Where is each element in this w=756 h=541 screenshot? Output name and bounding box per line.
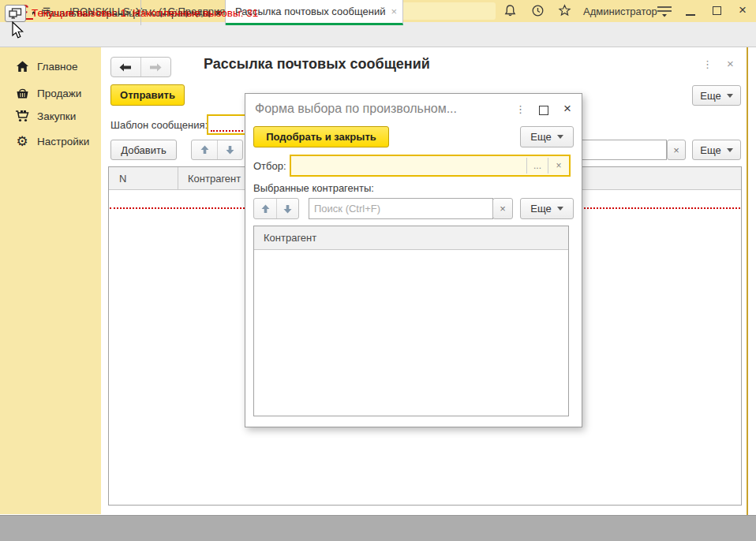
more-label: Еще	[700, 90, 720, 102]
history-icon[interactable]	[531, 4, 545, 17]
dialog-search-clear-button[interactable]: ×	[492, 198, 513, 219]
filter-choose-button[interactable]: ...	[527, 156, 548, 175]
move-up-button[interactable]	[192, 140, 217, 159]
nav-history-buttons	[110, 57, 171, 77]
home-icon	[14, 61, 30, 73]
basket-icon	[14, 87, 30, 99]
dialog-title: Форма выбора по произвольном...	[255, 102, 457, 116]
selection-dialog: Форма выбора по произвольном... ⋮ × Подо…	[245, 93, 582, 427]
dropdown-caret-icon	[727, 94, 733, 98]
page-close-icon[interactable]: ×	[727, 57, 734, 70]
page-title: Рассылка почтовых сообщений	[204, 56, 430, 73]
notifications-bell-icon[interactable]	[503, 4, 517, 17]
sidebar-item-settings[interactable]: ⚙ Настройки	[0, 130, 101, 152]
sidebar-item-label: Продажи	[37, 88, 81, 99]
mouse-cursor	[12, 21, 24, 42]
form-right-edge	[747, 47, 748, 515]
send-button[interactable]: Отправить	[110, 84, 185, 106]
move-down-button[interactable]	[217, 140, 242, 159]
selected-counterparties-label: Выбранные контрагенты:	[253, 182, 374, 194]
monitors-icon	[9, 8, 22, 19]
dropdown-caret-icon	[557, 135, 563, 139]
pick-and-close-button[interactable]: Подобрать и закрыть	[253, 126, 389, 147]
dialog-maximize-icon[interactable]	[539, 106, 548, 115]
back-button[interactable]	[111, 58, 141, 76]
tabbar	[0, 22, 756, 47]
search-clear-button[interactable]: ×	[667, 140, 686, 160]
filter-clear-button[interactable]: ×	[548, 156, 569, 175]
dialog-close-icon[interactable]: ×	[563, 101, 571, 117]
gear-icon: ⚙	[14, 135, 30, 148]
more-label: Еще	[530, 131, 551, 143]
sidebar-item-sales[interactable]: Продажи	[0, 82, 101, 104]
template-field-label: Шаблон сообщения:	[110, 119, 208, 131]
column-header-counterparty[interactable]: Контрагент	[178, 173, 241, 185]
sidebar-item-main[interactable]: Главное	[0, 55, 101, 77]
dialog-list-more-button[interactable]: Еще	[520, 198, 574, 219]
more-label: Еще	[530, 203, 551, 215]
sidebar-item-label: Главное	[37, 61, 78, 73]
table-header-row: Контрагент	[254, 226, 568, 250]
filter-field[interactable]: ... ×	[290, 155, 571, 177]
dropdown-caret-icon	[727, 148, 733, 152]
current-calls-counter: Текущие вызовы: 1	[32, 7, 126, 19]
move-row-buttons	[191, 140, 243, 160]
filter-input[interactable]	[291, 156, 526, 175]
move-row-buttons	[253, 198, 299, 219]
dialog-search-input[interactable]	[309, 198, 493, 219]
forward-button[interactable]	[141, 58, 171, 76]
move-up-button[interactable]	[254, 199, 276, 218]
add-row-button[interactable]: Добавить	[110, 140, 177, 160]
window-minimize-button[interactable]	[686, 6, 695, 16]
sidebar-item-purchases[interactable]: Закупки	[0, 105, 101, 127]
column-header-n[interactable]: N	[109, 167, 178, 190]
accumulated-calls-counter: Накопленные вызовы: 31	[133, 7, 258, 19]
dropdown-caret-icon	[557, 207, 563, 211]
statusbar	[0, 515, 756, 541]
sidebar-item-label: Настройки	[37, 136, 89, 147]
page-more-button[interactable]: Еще	[692, 85, 741, 106]
filter-field-label: Отбор:	[253, 160, 286, 172]
dialog-more-button[interactable]: Еще	[520, 126, 574, 147]
column-header-counterparty[interactable]: Контрагент	[264, 232, 316, 244]
sidebar-item-label: Закупки	[37, 110, 76, 122]
more-label: Еще	[700, 144, 720, 156]
cart-icon	[14, 110, 30, 122]
favorites-star-icon[interactable]	[558, 4, 571, 17]
page-kebab-menu-icon[interactable]: ⋮	[702, 58, 713, 70]
dialog-kebab-menu-icon[interactable]: ⋮	[515, 103, 526, 115]
window-maximize-button[interactable]	[713, 6, 721, 15]
table-more-button[interactable]: Еще	[692, 140, 741, 160]
selected-counterparties-table[interactable]: Контрагент	[253, 226, 569, 416]
move-down-button[interactable]	[276, 199, 298, 218]
current-user[interactable]: Администратор	[583, 6, 657, 17]
performance-indicator-button[interactable]	[5, 5, 26, 22]
window-close-button[interactable]: ×	[739, 2, 747, 18]
service-menu-icon[interactable]	[656, 5, 673, 17]
tab-close-icon[interactable]: ×	[391, 6, 397, 17]
